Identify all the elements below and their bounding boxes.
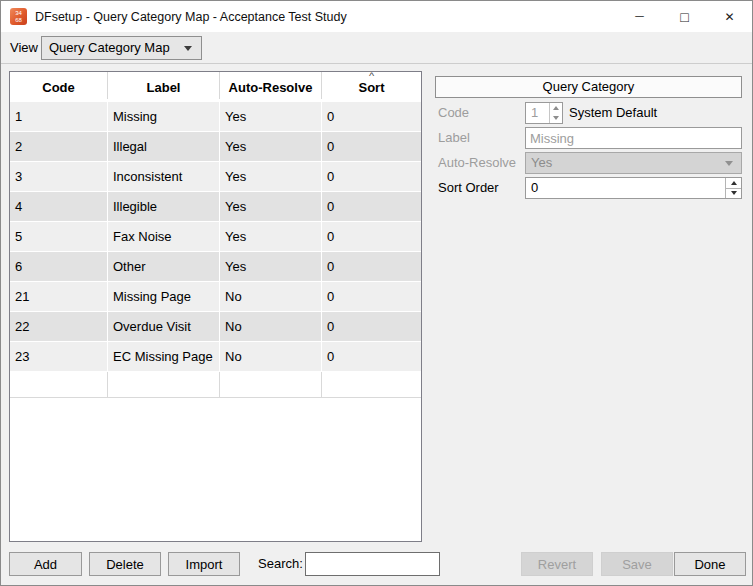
cell-label[interactable]: Fax Noise bbox=[108, 222, 220, 251]
cell-auto-resolve[interactable]: Yes bbox=[220, 192, 322, 221]
empty-cell-code[interactable] bbox=[10, 372, 108, 398]
view-bar: View Query Category Map bbox=[1, 32, 752, 64]
column-header-auto-resolve[interactable]: Auto-Resolve bbox=[220, 72, 322, 99]
cell-code[interactable]: 6 bbox=[10, 252, 108, 281]
table-row[interactable]: 23 EC Missing Page No 0 bbox=[10, 342, 421, 371]
table-row[interactable]: 6 Other Yes 0 bbox=[10, 252, 421, 281]
spin-up-button[interactable] bbox=[550, 103, 562, 113]
cell-auto-resolve[interactable]: Yes bbox=[220, 162, 322, 191]
cell-code[interactable]: 1 bbox=[10, 102, 108, 131]
minimize-icon: ─ bbox=[635, 9, 644, 23]
search-label: Search: bbox=[258, 552, 303, 576]
spin-up-button[interactable] bbox=[726, 178, 741, 189]
system-default-label: System Default bbox=[569, 102, 657, 124]
cell-code[interactable]: 21 bbox=[10, 282, 108, 311]
cell-sort[interactable]: 0 bbox=[322, 162, 421, 191]
code-spinner-buttons bbox=[549, 103, 562, 123]
empty-cell-label[interactable] bbox=[108, 372, 220, 398]
search-input[interactable] bbox=[305, 552, 440, 576]
table-row-new-entry[interactable] bbox=[10, 372, 421, 398]
view-dropdown[interactable]: Query Category Map bbox=[41, 36, 202, 60]
label-field-label: Label bbox=[438, 127, 470, 149]
import-button[interactable]: Import bbox=[168, 552, 240, 576]
window-controls: ─ □ ✕ bbox=[617, 1, 752, 32]
cell-auto-resolve[interactable]: Yes bbox=[220, 132, 322, 161]
cell-sort[interactable]: 0 bbox=[322, 132, 421, 161]
cell-label[interactable]: Overdue Visit bbox=[108, 312, 220, 341]
code-spinbox[interactable]: 1 bbox=[525, 102, 563, 124]
table-header: Code Label Auto-Resolve ^ Sort bbox=[10, 72, 421, 99]
cell-auto-resolve[interactable]: Yes bbox=[220, 222, 322, 251]
cell-sort[interactable]: 0 bbox=[322, 222, 421, 251]
cell-sort[interactable]: 0 bbox=[322, 342, 421, 371]
window-title: DFsetup - Query Category Map - Acceptanc… bbox=[35, 10, 347, 24]
cell-auto-resolve[interactable]: No bbox=[220, 342, 322, 371]
sort-ascending-icon: ^ bbox=[369, 72, 374, 81]
cell-label[interactable]: Illegible bbox=[108, 192, 220, 221]
chevron-down-icon bbox=[725, 161, 733, 166]
cell-label[interactable]: Missing bbox=[108, 102, 220, 131]
cell-label[interactable]: Inconsistent bbox=[108, 162, 220, 191]
code-value: 1 bbox=[531, 103, 538, 123]
app-icon-glyph-top: 34 bbox=[10, 10, 27, 17]
cell-code[interactable]: 2 bbox=[10, 132, 108, 161]
spinner-down-icon bbox=[731, 191, 737, 195]
empty-cell-sort[interactable] bbox=[322, 372, 421, 398]
spinner-up-icon bbox=[731, 181, 737, 185]
cell-code[interactable]: 4 bbox=[10, 192, 108, 221]
table-body: 1 Missing Yes 0 2 Illegal Yes 0 3 Incons… bbox=[10, 102, 421, 398]
cell-label[interactable]: Other bbox=[108, 252, 220, 281]
spinner-up-icon bbox=[553, 106, 559, 110]
table-row[interactable]: 4 Illegible Yes 0 bbox=[10, 192, 421, 221]
cell-auto-resolve[interactable]: Yes bbox=[220, 102, 322, 131]
cell-auto-resolve[interactable]: No bbox=[220, 282, 322, 311]
cell-label[interactable]: EC Missing Page bbox=[108, 342, 220, 371]
auto-resolve-dropdown[interactable]: Yes bbox=[525, 152, 742, 174]
revert-button[interactable]: Revert bbox=[521, 552, 593, 576]
table-row[interactable]: 5 Fax Noise Yes 0 bbox=[10, 222, 421, 251]
spin-down-button[interactable] bbox=[726, 189, 741, 199]
save-button[interactable]: Save bbox=[601, 552, 673, 576]
done-button[interactable]: Done bbox=[674, 552, 746, 576]
close-button[interactable]: ✕ bbox=[707, 1, 752, 32]
sort-order-spinbox[interactable]: 0 bbox=[525, 177, 742, 199]
cell-sort[interactable]: 0 bbox=[322, 192, 421, 221]
cell-auto-resolve[interactable]: Yes bbox=[220, 252, 322, 281]
code-field-label: Code bbox=[438, 102, 469, 124]
cell-code[interactable]: 22 bbox=[10, 312, 108, 341]
minimize-button[interactable]: ─ bbox=[617, 1, 662, 32]
column-header-label[interactable]: Label bbox=[108, 72, 220, 99]
table-row[interactable]: 1 Missing Yes 0 bbox=[10, 102, 421, 131]
view-dropdown-value: Query Category Map bbox=[49, 40, 170, 55]
sort-order-spinner-buttons bbox=[725, 178, 741, 198]
cell-label[interactable]: Illegal bbox=[108, 132, 220, 161]
spin-down-button[interactable] bbox=[550, 113, 562, 123]
maximize-icon: □ bbox=[680, 9, 688, 25]
column-header-code[interactable]: Code bbox=[10, 72, 108, 99]
table-row[interactable]: 3 Inconsistent Yes 0 bbox=[10, 162, 421, 191]
cell-code[interactable]: 5 bbox=[10, 222, 108, 251]
query-category-table: Code Label Auto-Resolve ^ Sort 1 Missing… bbox=[9, 71, 422, 542]
cell-label[interactable]: Missing Page bbox=[108, 282, 220, 311]
cell-sort[interactable]: 0 bbox=[322, 312, 421, 341]
spinner-down-icon bbox=[553, 116, 559, 120]
table-row[interactable]: 21 Missing Page No 0 bbox=[10, 282, 421, 311]
auto-resolve-value: Yes bbox=[531, 155, 552, 170]
table-row[interactable]: 22 Overdue Visit No 0 bbox=[10, 312, 421, 341]
cell-sort[interactable]: 0 bbox=[322, 102, 421, 131]
delete-button[interactable]: Delete bbox=[89, 552, 161, 576]
sort-order-value: 0 bbox=[531, 178, 538, 198]
empty-cell-auto-resolve[interactable] bbox=[220, 372, 322, 398]
cell-sort[interactable]: 0 bbox=[322, 252, 421, 281]
cell-sort[interactable]: 0 bbox=[322, 282, 421, 311]
cell-code[interactable]: 3 bbox=[10, 162, 108, 191]
add-button[interactable]: Add bbox=[9, 552, 82, 576]
auto-resolve-field-label: Auto-Resolve bbox=[438, 152, 516, 174]
column-header-sort[interactable]: ^ Sort bbox=[322, 72, 421, 99]
chevron-down-icon bbox=[184, 46, 192, 51]
maximize-button[interactable]: □ bbox=[662, 1, 707, 32]
label-field[interactable] bbox=[525, 127, 742, 149]
cell-code[interactable]: 23 bbox=[10, 342, 108, 371]
cell-auto-resolve[interactable]: No bbox=[220, 312, 322, 341]
table-row[interactable]: 2 Illegal Yes 0 bbox=[10, 132, 421, 161]
